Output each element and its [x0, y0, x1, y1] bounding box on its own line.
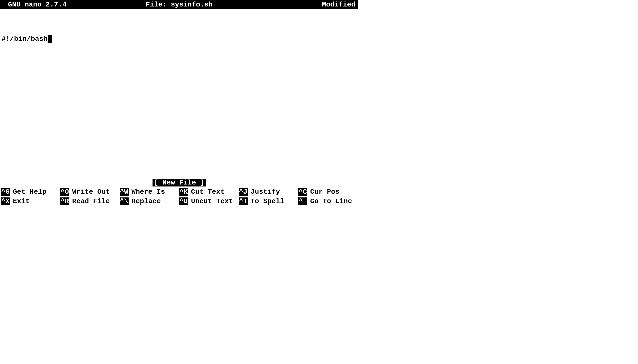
shortcut-exit[interactable]: ^X Exit	[1, 198, 60, 205]
shortcut-label: Exit	[13, 198, 30, 205]
app-version: GNU nano 2.7.4	[8, 1, 67, 8]
shortcut-uncut-text[interactable]: ^U Uncut Text	[179, 198, 239, 205]
shortcuts-row-2: ^X Exit ^R Read File ^\ Replace ^U Uncut…	[0, 196, 358, 206]
shortcut-label: Where Is	[132, 188, 165, 196]
editor-line-1[interactable]: #!/bin/bash	[2, 34, 358, 43]
shortcut-key: ^J	[239, 188, 248, 196]
shortcut-read-file[interactable]: ^R Read File	[60, 198, 120, 205]
shortcut-key: ^\	[120, 198, 129, 205]
shortcut-label: Justify	[251, 188, 280, 196]
shortcut-key: ^X	[1, 198, 10, 205]
shortcut-label: Go To Line	[310, 198, 352, 205]
modified-status: Modified	[322, 1, 355, 8]
shortcut-go-to-line[interactable]: ^_ Go To Line	[298, 198, 358, 205]
shortcut-key: ^K	[179, 188, 188, 196]
shortcut-where-is[interactable]: ^W Where Is	[120, 188, 179, 196]
shortcut-label: Replace	[132, 198, 161, 205]
shortcut-label: Uncut Text	[191, 198, 233, 205]
shortcut-key: ^R	[60, 198, 69, 205]
shortcut-write-out[interactable]: ^O Write Out	[60, 188, 120, 196]
shortcut-label: Write Out	[72, 188, 110, 196]
status-line: [ New File ]	[0, 178, 358, 187]
editor-line-text: #!/bin/bash	[2, 35, 48, 43]
shortcut-label: Get Help	[13, 188, 46, 196]
shortcut-label: Cut Text	[191, 188, 224, 196]
text-editor-area[interactable]: #!/bin/bash	[0, 9, 358, 178]
shortcut-cur-pos[interactable]: ^C Cur Pos	[298, 188, 358, 196]
status-message: [ New File ]	[153, 179, 206, 186]
shortcut-to-spell[interactable]: ^T To Spell	[239, 198, 298, 205]
shortcut-key: ^U	[179, 198, 188, 205]
shortcut-key: ^G	[1, 188, 10, 196]
nano-editor-window: GNU nano 2.7.4 File: sysinfo.sh Modified…	[0, 0, 358, 206]
shortcut-justify[interactable]: ^J Justify	[239, 188, 298, 196]
shortcut-key: ^W	[120, 188, 129, 196]
shortcut-label: Read File	[72, 198, 110, 205]
shortcuts-row-1: ^G Get Help ^O Write Out ^W Where Is ^K …	[0, 187, 358, 196]
shortcut-label: Cur Pos	[310, 188, 340, 196]
shortcut-key: ^O	[60, 188, 69, 196]
text-cursor	[48, 35, 52, 43]
shortcut-get-help[interactable]: ^G Get Help	[1, 188, 60, 196]
shortcuts-bar: ^G Get Help ^O Write Out ^W Where Is ^K …	[0, 187, 358, 206]
shortcut-label: To Spell	[251, 198, 284, 205]
shortcut-key: ^T	[239, 198, 248, 205]
shortcut-key: ^_	[298, 198, 307, 205]
shortcut-replace[interactable]: ^\ Replace	[120, 198, 179, 205]
shortcut-cut-text[interactable]: ^K Cut Text	[179, 188, 239, 196]
title-bar: GNU nano 2.7.4 File: sysinfo.sh Modified	[0, 0, 358, 9]
shortcut-key: ^C	[298, 188, 307, 196]
file-name-label: File: sysinfo.sh	[146, 1, 213, 8]
